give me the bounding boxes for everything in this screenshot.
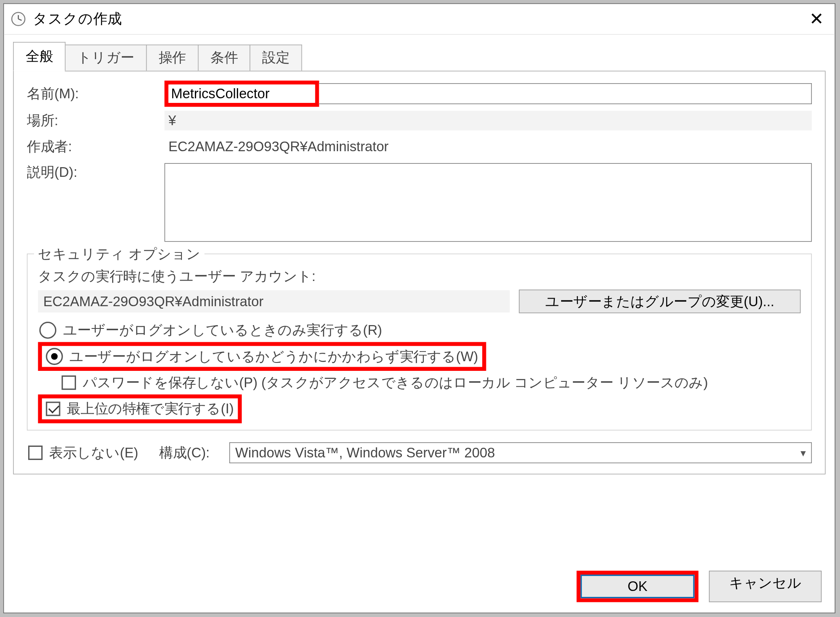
- checkbox-do-not-store-password[interactable]: パスワードを保存しない(P) (タスクがアクセスできるのはローカル コンピュータ…: [60, 371, 801, 394]
- radio-icon: [46, 348, 63, 365]
- radio-icon: [39, 322, 57, 339]
- tab-triggers[interactable]: トリガー: [65, 45, 147, 71]
- radio-label: ユーザーがログオンしているかどうかにかかわらず実行する(W): [69, 347, 478, 366]
- tab-conditions[interactable]: 条件: [198, 45, 250, 71]
- security-options-group: セキュリティ オプション タスクの実行時に使うユーザー アカウント: EC2AM…: [27, 254, 812, 431]
- description-input[interactable]: [165, 163, 812, 242]
- chevron-down-icon: ▾: [801, 446, 806, 459]
- radio-run-only-logged-on[interactable]: ユーザーがログオンしているときのみ実行する(R): [38, 318, 801, 342]
- checkbox-label: パスワードを保存しない(P) (タスクがアクセスできるのはローカル コンピュータ…: [83, 373, 708, 392]
- author-value: EC2AMAZ-29O93QR¥Administrator: [165, 137, 812, 157]
- radio-label: ユーザーがログオンしているときのみ実行する(R): [63, 321, 382, 339]
- account-value: EC2AMAZ-29O93QR¥Administrator: [38, 290, 509, 312]
- configure-for-value: Windows Vista™, Windows Server™ 2008: [235, 445, 495, 460]
- location-label: 場所:: [27, 111, 165, 130]
- highlight-highest-priv: 最上位の特権で実行する(I): [38, 394, 242, 423]
- tab-settings[interactable]: 設定: [249, 45, 302, 71]
- checkbox-icon: [28, 446, 42, 460]
- account-label: タスクの実行時に使うユーザー アカウント:: [38, 267, 801, 286]
- highlight-run-whether: ユーザーがログオンしているかどうかにかかわらず実行する(W): [38, 342, 486, 371]
- highlight-ok: OK: [577, 571, 698, 602]
- configure-for-label: 構成(C):: [159, 444, 210, 462]
- tab-strip: 全般 トリガー 操作 条件 設定: [13, 46, 825, 71]
- cancel-button[interactable]: キャンセル: [709, 571, 822, 602]
- checkbox-hidden[interactable]: 表示しない(E): [27, 441, 139, 465]
- close-icon[interactable]: ✕: [802, 11, 831, 28]
- clock-icon: [10, 11, 26, 27]
- security-legend: セキュリティ オプション: [34, 245, 204, 263]
- checkbox-icon: [62, 375, 76, 390]
- change-user-button[interactable]: ユーザーまたはグループの変更(U)...: [519, 290, 801, 313]
- tab-general[interactable]: 全般: [13, 42, 66, 71]
- checkbox-run-highest-privileges[interactable]: 最上位の特権で実行する(I): [45, 398, 235, 419]
- author-label: 作成者:: [27, 138, 165, 156]
- tab-actions[interactable]: 操作: [146, 45, 199, 71]
- dialog-footer: OK キャンセル: [577, 571, 822, 602]
- location-value: ¥: [165, 111, 812, 131]
- name-input-extent[interactable]: [319, 83, 812, 104]
- description-label: 説明(D):: [27, 163, 165, 181]
- name-input[interactable]: [170, 84, 314, 103]
- ok-button[interactable]: OK: [580, 575, 694, 598]
- tab-panel-general: 名前(M): 場所: ¥ 作成者: EC2AMAZ-29O93QR¥Admini…: [13, 71, 825, 474]
- configure-for-select[interactable]: Windows Vista™, Windows Server™ 2008 ▾: [229, 442, 812, 463]
- window-title: タスクの作成: [33, 9, 122, 29]
- checkbox-label: 表示しない(E): [49, 444, 138, 462]
- radio-run-whether-logged-on[interactable]: ユーザーがログオンしているかどうかにかかわらず実行する(W): [45, 346, 480, 367]
- create-task-dialog: タスクの作成 ✕ 全般 トリガー 操作 条件 設定 名前(M): 場: [3, 3, 835, 613]
- name-label: 名前(M):: [27, 84, 165, 103]
- highlight-name: [165, 81, 319, 107]
- checkbox-icon: [46, 402, 60, 416]
- checkbox-label: 最上位の特権で実行する(I): [67, 400, 234, 418]
- title-bar: タスクの作成 ✕: [4, 4, 835, 34]
